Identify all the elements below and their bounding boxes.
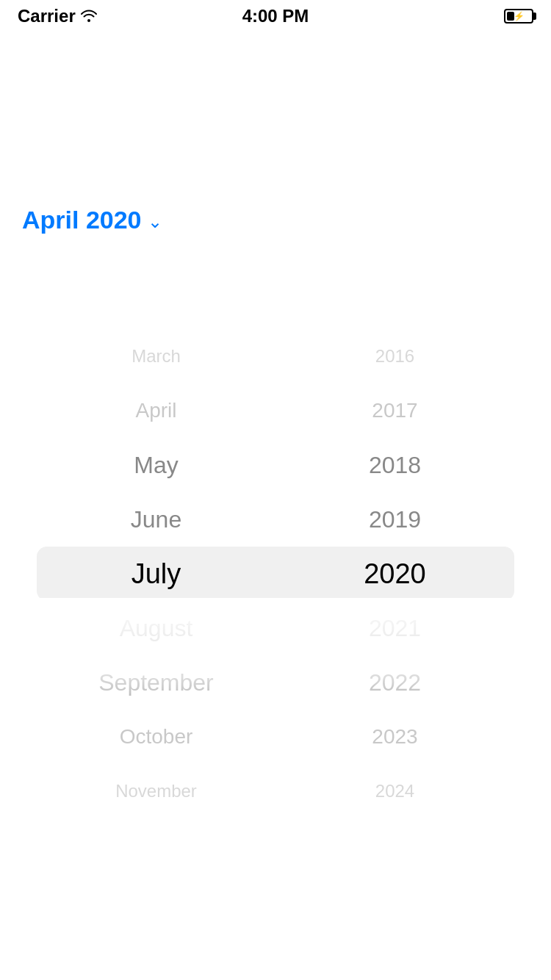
picker-year-selected[interactable]: 2020 bbox=[300, 547, 491, 601]
picker-month-item[interactable]: April bbox=[61, 383, 252, 438]
picker-month-item[interactable]: October bbox=[61, 710, 252, 764]
picker-year-item[interactable]: 2021 bbox=[300, 601, 491, 655]
picker-year-item[interactable]: 2016 bbox=[300, 329, 491, 383]
lightning-icon: ⚡ bbox=[514, 11, 525, 21]
picker-year-item[interactable]: 2024 bbox=[300, 764, 491, 818]
battery-indicator: ⚡ bbox=[504, 9, 533, 24]
picker-year-item[interactable]: 2022 bbox=[300, 655, 491, 710]
chevron-down-icon: ⌄ bbox=[148, 212, 162, 232]
wifi-icon bbox=[80, 6, 98, 26]
month-selector[interactable]: April 2020 ⌄ bbox=[22, 206, 162, 234]
month-title: April 2020 bbox=[22, 206, 142, 234]
date-picker-overlay[interactable]: March April May June July August Septemb… bbox=[0, 598, 551, 980]
picker-month-item[interactable]: June bbox=[61, 492, 252, 547]
month-picker-column[interactable]: March April May June July August Septemb… bbox=[61, 329, 252, 818]
picker-year-item[interactable]: 2018 bbox=[300, 438, 491, 492]
picker-year-item[interactable]: 2017 bbox=[300, 383, 491, 438]
picker-month-item[interactable]: March bbox=[61, 329, 252, 383]
picker-month-item[interactable]: May bbox=[61, 438, 252, 492]
picker-month-selected[interactable]: July bbox=[61, 547, 252, 601]
fade-bottom bbox=[0, 892, 551, 980]
picker-year-item[interactable]: 2023 bbox=[300, 710, 491, 764]
battery-icon: ⚡ bbox=[504, 9, 533, 24]
picker-month-item[interactable]: August bbox=[61, 601, 252, 655]
header: April 2020 ⌄ bbox=[22, 206, 162, 234]
picker-month-item[interactable]: November bbox=[61, 764, 252, 818]
status-time: 4:00 PM bbox=[242, 6, 309, 26]
status-bar: Carrier 4:00 PM ⚡ bbox=[0, 0, 551, 32]
year-picker-column[interactable]: 2016 2017 2018 2019 2020 2021 2022 2023 … bbox=[300, 329, 491, 818]
carrier: Carrier bbox=[18, 6, 98, 26]
picker-container: March April May June July August Septemb… bbox=[37, 329, 514, 818]
picker-month-item[interactable]: September bbox=[61, 655, 252, 710]
picker-year-item[interactable]: 2019 bbox=[300, 492, 491, 547]
